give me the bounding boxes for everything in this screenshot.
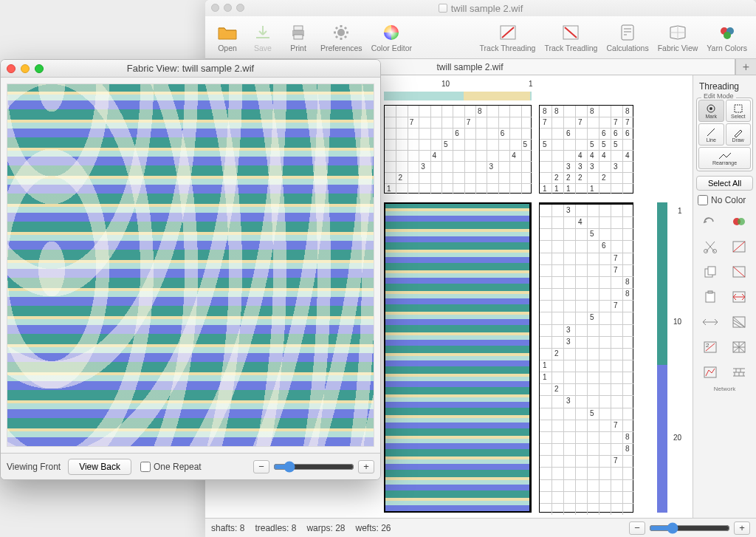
tieup-cell: 1 <box>543 185 547 193</box>
preferences-button[interactable]: Preferences <box>317 21 365 54</box>
one-repeat-row[interactable]: One Repeat <box>139 462 203 472</box>
color-editor-button[interactable]: Color Editor <box>368 21 415 54</box>
marquee-icon <box>733 103 743 114</box>
status-treadles: treadles: 8 <box>255 523 296 533</box>
treadling-cell: 2 <box>554 349 559 358</box>
tieup-cell: 5 <box>590 140 594 148</box>
mode-mark-button[interactable]: Mark <box>698 100 724 122</box>
fabric-view-bottom-bar: Viewing Front View Back One Repeat − + <box>1 453 380 479</box>
fv-close-button[interactable] <box>7 64 16 73</box>
fabric-simulation-canvas[interactable] <box>7 83 374 447</box>
cut-tool[interactable] <box>698 236 723 257</box>
step2-tool[interactable]: 2 <box>698 337 723 358</box>
print-button[interactable]: Print <box>282 21 315 54</box>
color-editor-label: Color Editor <box>371 44 412 52</box>
svg-point-4 <box>384 25 399 40</box>
treadling-cell: 2 <box>554 385 559 393</box>
treadling-cell: 5 <box>590 230 594 238</box>
select-all-button[interactable]: Select All <box>696 176 753 191</box>
hatch-tool[interactable] <box>727 312 752 332</box>
yarn-colors-label: Yarn Colors <box>707 44 747 52</box>
track-treadling-button[interactable]: Track Treadling <box>541 21 600 54</box>
profile-tool[interactable] <box>698 362 723 383</box>
tieup-cell: 5 <box>614 140 618 148</box>
main-minimize-disabled <box>224 4 232 12</box>
tieup-cell: 8 <box>590 107 594 115</box>
save-button[interactable]: Save <box>247 21 279 54</box>
threading-cell: 5 <box>523 140 528 148</box>
svg-point-10 <box>724 32 731 39</box>
warp-color-bar-cream <box>464 92 530 100</box>
fabric-view-button[interactable]: Fabric View <box>655 21 701 54</box>
paste-tool[interactable] <box>698 287 723 307</box>
svg-rect-20 <box>708 267 715 275</box>
zoom-slider[interactable] <box>649 522 730 534</box>
tieup-cell: 8 <box>625 107 630 115</box>
flip-diag2-tool[interactable] <box>727 261 752 282</box>
zoom-out-button[interactable]: − <box>629 521 645 535</box>
svg-point-3 <box>337 29 345 36</box>
tieup-cell: 3 <box>614 163 618 171</box>
fv-zoom-out-button[interactable]: − <box>253 460 269 473</box>
fv-zoom-slider[interactable] <box>273 461 354 473</box>
threading-grid[interactable]: 8776655443321 <box>384 105 532 194</box>
yarn-colors-button[interactable]: Yarn Colors <box>704 21 750 54</box>
treadling-grid[interactable]: 3456778875332112357887 <box>539 202 633 513</box>
mode-rearrange-button[interactable]: Rearrange <box>698 147 751 169</box>
zoom-in-button[interactable]: + <box>734 521 750 535</box>
track-treadling-label: Track Treadling <box>544 44 597 52</box>
treadling-cell: 5 <box>590 409 594 417</box>
tieup-cell: 1 <box>590 185 594 193</box>
treadling-cell: 7 <box>614 266 618 274</box>
svg-text:2: 2 <box>706 342 709 349</box>
flip-diag-tool[interactable] <box>727 236 752 257</box>
calculations-button[interactable]: Calculations <box>603 21 651 54</box>
tieup-cell: 1 <box>566 185 571 193</box>
network-tool-label: Network <box>696 386 753 392</box>
right-ruler-10: 10 <box>673 318 681 326</box>
mode-select-button[interactable]: Select <box>726 100 752 122</box>
view-back-button[interactable]: View Back <box>68 459 131 475</box>
tieup-cell: 8 <box>554 107 559 115</box>
new-tab-button[interactable]: + <box>735 59 756 75</box>
brick-tool[interactable] <box>727 362 752 383</box>
open-button[interactable]: Open <box>211 21 244 54</box>
color-wheel-icon <box>380 23 402 42</box>
tieup-cell: 7 <box>625 118 630 126</box>
drawdown-grid[interactable] <box>384 202 532 513</box>
no-color-checkbox[interactable] <box>698 195 708 205</box>
track-threading-button[interactable]: Track Threading <box>477 21 539 54</box>
status-wefts: wefts: 26 <box>356 523 391 533</box>
copy-tool[interactable] <box>698 261 723 282</box>
svg-point-17 <box>712 250 716 253</box>
save-label: Save <box>254 44 272 52</box>
tieup-cell: 6 <box>566 129 571 137</box>
fv-zoom-in-button[interactable]: + <box>358 460 374 473</box>
fv-minimize-button[interactable] <box>21 64 30 73</box>
tieup-cell: 5 <box>602 140 606 148</box>
expand-h-tool[interactable] <box>698 312 723 332</box>
overlap-tool[interactable] <box>727 211 752 232</box>
mode-line-button[interactable]: Line <box>698 123 724 146</box>
treadling-cell: 1 <box>543 361 547 369</box>
fv-zoom-button[interactable] <box>35 64 44 73</box>
tieup-cell: 2 <box>554 174 559 182</box>
one-repeat-checkbox[interactable] <box>140 462 151 472</box>
mirror-h-tool[interactable] <box>727 287 752 307</box>
treadling-cell: 3 <box>566 326 571 334</box>
mode-draw-button[interactable]: Draw <box>726 123 752 146</box>
tieup-cell: 5 <box>543 140 547 148</box>
status-shafts: shafts: 8 <box>211 523 244 533</box>
no-color-checkbox-row[interactable]: No Color <box>696 195 753 205</box>
threading-cell: 8 <box>478 107 482 115</box>
tieup-cell: 4 <box>602 151 606 160</box>
tieup-grid[interactable]: 88887777666655554444333322221111 <box>539 105 633 194</box>
tieup-cell: 1 <box>554 185 559 193</box>
main-zoom-disabled <box>236 4 244 12</box>
tieup-cell: 7 <box>543 118 547 126</box>
crosshatch-tool[interactable] <box>727 337 752 358</box>
treadling-cell: 8 <box>625 278 630 286</box>
tieup-cell: 4 <box>625 151 630 160</box>
treadling-cell: 3 <box>566 338 571 346</box>
undo-tool[interactable] <box>698 211 723 232</box>
